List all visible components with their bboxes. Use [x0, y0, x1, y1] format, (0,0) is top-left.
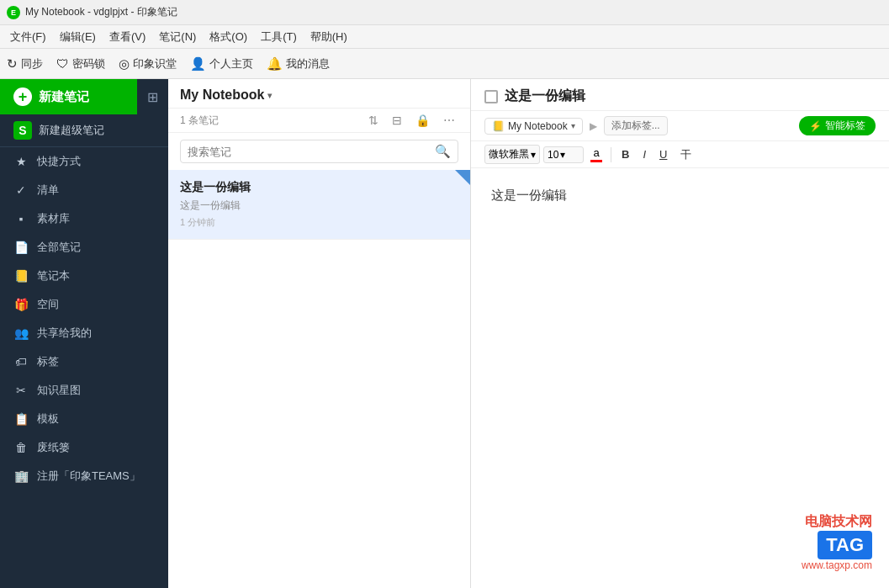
add-tag-label: 添加标签... [611, 119, 660, 133]
menu-item[interactable]: 格式(O) [203, 28, 254, 46]
messages-btn[interactable]: 🔔 我的消息 [267, 56, 330, 72]
font-size-value: 10 [548, 149, 558, 161]
password-label: 密码锁 [72, 56, 105, 72]
font-name-select[interactable]: 微软雅黑 ▾ [484, 145, 540, 164]
plus-icon: + [13, 87, 32, 106]
format-separator-1 [611, 147, 611, 162]
sync-icon: ↻ [7, 56, 18, 72]
nav-icon: 🏷 [13, 355, 29, 368]
editor-header: 这是一份编辑 [471, 79, 889, 111]
menu-item[interactable]: 工具(T) [254, 28, 304, 46]
profile-icon: 👤 [190, 56, 206, 72]
bell-icon: 🔔 [267, 56, 283, 72]
note-body: 这是一份编辑 [491, 185, 869, 205]
menu-item[interactable]: 查看(V) [103, 28, 152, 46]
note-title: 这是一份编辑 [180, 180, 458, 195]
nav-label: 知识星图 [37, 383, 81, 398]
sidebar-item-0[interactable]: ★快捷方式 [0, 147, 168, 176]
font-size-select[interactable]: 10 ▾ [543, 146, 584, 163]
note-checkbox[interactable] [484, 90, 498, 103]
main-layout: + 新建笔记 ⊞ S 新建超级笔记 ★快捷方式✓清单▪素材库📄全部笔记📒笔记本🎁… [0, 79, 889, 588]
sidebar-item-4[interactable]: 📒笔记本 [0, 262, 168, 290]
nav-label: 素材库 [37, 211, 70, 226]
sidebar-item-11[interactable]: 🏢注册「印象TEAMS」 [0, 462, 168, 490]
sync-btn[interactable]: ↻ 同步 [7, 56, 43, 72]
nav-icon: 🗑 [13, 441, 29, 454]
profile-label: 个人主页 [209, 56, 253, 72]
share-button[interactable]: 🔒 [412, 112, 433, 129]
nav-icon: 🏢 [13, 469, 29, 483]
nav-icon: 📒 [13, 269, 29, 283]
menu-item[interactable]: 编辑(E) [53, 28, 103, 46]
nav-label: 笔记本 [37, 268, 70, 283]
nav-icon: ✓ [13, 183, 29, 197]
nav-icon: 📄 [13, 241, 29, 254]
note-item[interactable]: 这是一份编辑 这是一份编辑 1 分钟前 [168, 170, 470, 240]
evernote-btn[interactable]: ◎ 印象识堂 [119, 56, 177, 72]
strikethrough-button[interactable]: 干 [675, 146, 696, 164]
menu-item[interactable]: 文件(F) [3, 28, 53, 46]
add-tag-button[interactable]: 添加标签... [604, 116, 668, 135]
nav-label: 共享给我的 [37, 326, 92, 341]
menu-item[interactable]: 笔记(N) [152, 28, 203, 46]
sidebar-item-8[interactable]: ✂知识星图 [0, 376, 168, 405]
view-columns-button[interactable]: ⊟ [389, 112, 405, 129]
notebook-title[interactable]: My Notebook ▾ [180, 87, 272, 103]
watermark: 电脑技术网 TAG www.tagxp.com [802, 513, 872, 571]
nav-label: 注册「印象TEAMS」 [37, 469, 140, 484]
font-name-value: 微软雅黑 [489, 147, 529, 162]
new-note-button[interactable]: + 新建笔记 [0, 79, 137, 114]
sidebar-item-9[interactable]: 📋模板 [0, 405, 168, 433]
smart-tag-button[interactable]: ⚡ 智能标签 [799, 116, 876, 135]
nav-icon: ✂ [13, 384, 29, 397]
watermark-site-name: 电脑技术网 [805, 513, 872, 531]
note-preview: 这是一份编辑 [180, 199, 458, 213]
watermark-url: www.tagxp.com [802, 559, 872, 571]
menubar: 文件(F)编辑(E)查看(V)笔记(N)格式(O)工具(T)帮助(H) [0, 25, 889, 49]
search-icon: 🔍 [435, 144, 451, 159]
super-note-icon: S [13, 121, 32, 140]
menu-item[interactable]: 帮助(H) [304, 28, 354, 46]
editor-title: 这是一份编辑 [505, 87, 585, 105]
sidebar-item-7[interactable]: 🏷标签 [0, 347, 168, 376]
nav-label: 标签 [37, 354, 59, 369]
smart-tag-icon: ⚡ [809, 120, 822, 132]
bold-button[interactable]: B [616, 146, 634, 162]
notebook-badge[interactable]: 📒 My Notebook ▾ [484, 118, 583, 135]
nav-icon: ★ [13, 155, 29, 168]
evernote-label: 印象识堂 [133, 56, 177, 72]
notebook-badge-arrow: ▾ [571, 121, 575, 130]
sidebar-item-5[interactable]: 🎁空间 [0, 290, 168, 319]
note-time: 1 分钟前 [180, 216, 458, 229]
profile-btn[interactable]: 👤 个人主页 [190, 56, 253, 72]
font-name-arrow: ▾ [531, 149, 536, 161]
editor-formatting-toolbar: 微软雅黑 ▾ 10 ▾ a B I U 干 [471, 141, 889, 168]
sidebar-item-2[interactable]: ▪素材库 [0, 204, 168, 233]
sidebar-item-6[interactable]: 👥共享给我的 [0, 319, 168, 347]
note-count: 1 条笔记 [180, 114, 358, 128]
app-icon: E [7, 6, 20, 19]
lock-icon: 🛡 [56, 56, 69, 71]
smart-tag-label: 智能标签 [825, 119, 865, 133]
grid-view-button[interactable]: ⊞ [137, 89, 168, 105]
new-super-note-button[interactable]: S 新建超级笔记 [0, 114, 168, 147]
font-color-letter: a [593, 146, 599, 159]
watermark-tag-badge: TAG [818, 531, 872, 559]
note-list-header: My Notebook ▾ [168, 79, 470, 109]
password-btn[interactable]: 🛡 密码锁 [56, 56, 105, 72]
underline-button[interactable]: U [654, 146, 672, 162]
sidebar-item-1[interactable]: ✓清单 [0, 176, 168, 204]
titlebar: E My Notebook - vdglpjxt - 印象笔记 [0, 0, 889, 25]
font-color-button[interactable]: a [587, 145, 606, 164]
note-list-toolbar: 1 条笔记 ⇅ ⊟ 🔒 ⋯ [168, 109, 470, 133]
breadcrumb-separator: ▶ [590, 120, 597, 132]
note-corner-badge [455, 170, 470, 185]
more-options-button[interactable]: ⋯ [440, 112, 458, 129]
sort-button[interactable]: ⇅ [365, 112, 382, 129]
sidebar-item-10[interactable]: 🗑废纸篓 [0, 433, 168, 462]
sidebar-item-3[interactable]: 📄全部笔记 [0, 233, 168, 262]
nav-label: 清单 [37, 183, 59, 198]
search-input[interactable] [188, 146, 435, 158]
italic-button[interactable]: I [638, 146, 651, 162]
nav-label: 全部笔记 [37, 240, 81, 255]
